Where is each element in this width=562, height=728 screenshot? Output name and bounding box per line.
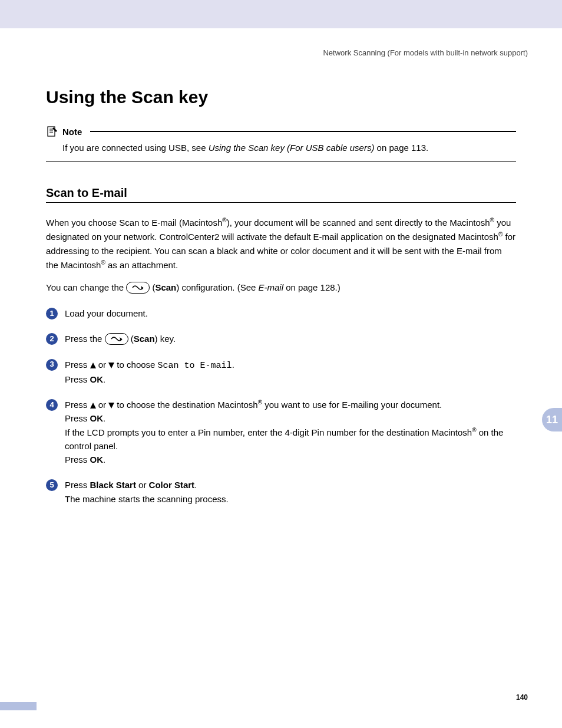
- s5-seg1: Press: [65, 480, 90, 490]
- registered-icon: ®: [101, 259, 105, 266]
- note-head: Note: [46, 125, 516, 138]
- arrow-up-icon: [90, 363, 96, 368]
- note-label: Note: [62, 127, 82, 137]
- s3-seg3: to choose: [114, 360, 157, 370]
- s4-seg4: you want to use for E-mailing your docum…: [262, 400, 442, 410]
- s4-line4a: Press: [65, 454, 90, 465]
- arrow-down-icon: [108, 403, 114, 409]
- registered-icon: ®: [222, 217, 226, 223]
- scan-bold: Scan: [134, 334, 155, 344]
- scan-key-icon: [126, 282, 150, 294]
- p2-seg4: on page 128.): [283, 282, 340, 292]
- page-content: Using the Scan key Note If you are conne…: [0, 87, 562, 506]
- s4-seg3: to choose the destination Macintosh: [114, 400, 258, 410]
- top-band: [0, 0, 562, 28]
- chapter-tab: 11: [542, 408, 562, 431]
- footer-accent: [0, 702, 37, 710]
- email-link: E-mail: [259, 282, 284, 292]
- step-text: Load your document.: [65, 307, 516, 320]
- steps-list: 1 Load your document. 2 Press the (Scan)…: [46, 307, 516, 506]
- ok-key: OK: [90, 413, 104, 423]
- s4-seg1: Press: [65, 400, 90, 410]
- paragraph-1: When you choose Scan to E-mail (Macintos…: [46, 216, 516, 272]
- step-number: 4: [46, 399, 58, 411]
- p1-seg1: When you choose Scan to E-mail (Macintos…: [46, 218, 222, 228]
- note-link: Using the Scan key (For USB cable users): [209, 143, 375, 153]
- p2-seg3: ) configuration. (See: [176, 282, 258, 292]
- step-5: 5 Press Black Start or Color Start. The …: [46, 478, 516, 506]
- note-bottom-rule: [46, 161, 516, 162]
- s2-seg2: (: [128, 334, 134, 344]
- note-text-prefix: If you are connected using USB, see: [62, 143, 209, 153]
- s2-seg3: ) key.: [155, 334, 176, 344]
- note-body: If you are connected using USB, see Usin…: [62, 141, 516, 154]
- note-text-suffix: on page 113.: [374, 143, 428, 153]
- ok-key: OK: [90, 374, 104, 384]
- step-1: 1 Load your document.: [46, 307, 516, 320]
- note-icon: [46, 125, 59, 138]
- registered-icon: ®: [472, 427, 476, 433]
- s4-line2a: Press: [65, 413, 90, 423]
- step-text: Press or to choose Scan to E-mail. Press…: [65, 358, 516, 387]
- note-rule: [90, 131, 516, 132]
- note-block: Note If you are connected using USB, see…: [46, 125, 516, 162]
- s5-seg3: .: [194, 480, 197, 490]
- p2-seg1: You can change the: [46, 282, 126, 292]
- step-text: Press Black Start or Color Start. The ma…: [65, 478, 516, 506]
- paragraph-2: You can change the (Scan) configuration.…: [46, 281, 516, 295]
- s3-line2b: .: [103, 374, 105, 384]
- running-header: Network Scanning (For models with built-…: [323, 48, 528, 57]
- s2-seg1: Press the: [65, 334, 105, 344]
- s4-seg2: or: [96, 400, 109, 410]
- arrow-down-icon: [108, 363, 114, 368]
- scan-bold: Scan: [155, 282, 176, 292]
- step-number: 3: [46, 359, 58, 371]
- s4-line4b: .: [103, 454, 105, 465]
- page-number: 140: [516, 693, 528, 701]
- step-3: 3 Press or to choose Scan to E-mail. Pre…: [46, 358, 516, 387]
- scan-key-icon: [105, 333, 128, 345]
- ok-key: OK: [90, 454, 104, 465]
- menu-option: Scan to E-mail: [158, 361, 232, 371]
- p1-seg5: as an attachment.: [105, 260, 178, 270]
- step-text: Press the (Scan) key.: [65, 332, 516, 345]
- p1-seg2: ), your document will be scanned and sen…: [227, 218, 490, 228]
- step-2: 2 Press the (Scan) key.: [46, 332, 516, 345]
- color-start-key: Color Start: [149, 480, 195, 490]
- s5-seg2: or: [136, 480, 149, 490]
- s3-seg1: Press: [65, 360, 90, 370]
- step-text: Press or to choose the destination Macin…: [65, 398, 516, 466]
- registered-icon: ®: [258, 399, 262, 406]
- s3-dot: .: [232, 360, 234, 370]
- s3-seg2: or: [96, 360, 109, 370]
- step-number: 5: [46, 479, 58, 491]
- arrow-up-icon: [90, 403, 96, 409]
- s4-line3a: If the LCD prompts you to enter a Pin nu…: [65, 427, 472, 437]
- step-number: 1: [46, 308, 58, 319]
- s5-line2: The machine starts the scanning process.: [65, 494, 229, 504]
- registered-icon: ®: [490, 217, 494, 223]
- s3-line2a: Press: [65, 374, 90, 384]
- step-number: 2: [46, 333, 58, 345]
- s4-line2b: .: [103, 413, 105, 423]
- section-subheading: Scan to E-mail: [46, 186, 516, 203]
- page-title: Using the Scan key: [46, 87, 516, 107]
- black-start-key: Black Start: [90, 480, 136, 490]
- step-4: 4 Press or to choose the destination Mac…: [46, 398, 516, 466]
